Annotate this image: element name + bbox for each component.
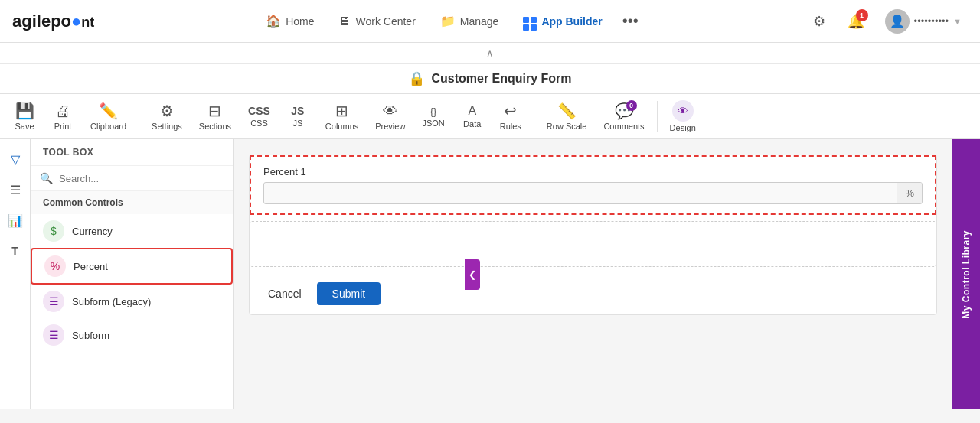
toolbar-comments[interactable]: 💬 0 Comments xyxy=(596,99,652,134)
clipboard-label: Clipboard xyxy=(90,122,126,131)
nav-right: ⚙ 🔔 1 👤 •••••••••• ▼ xyxy=(805,6,968,37)
percent-icon: % xyxy=(44,255,66,277)
form-canvas: Percent 1 % Cancel Submit xyxy=(249,155,937,315)
submit-button[interactable]: Submit xyxy=(317,282,381,305)
search-input[interactable] xyxy=(59,173,224,184)
toolbar-save[interactable]: 💾 Save xyxy=(6,99,43,134)
toolbox-panel: TOOL BOX 🔍 Common Controls $ Currency % … xyxy=(31,139,234,409)
toolbar-divider-1 xyxy=(139,101,139,132)
preview-icon: 👁 xyxy=(383,102,398,120)
toolbar-js[interactable]: JS JS xyxy=(279,102,316,131)
sidebar-filter-icon[interactable]: ▽ xyxy=(2,145,29,173)
avatar: 👤 xyxy=(885,9,910,34)
settings-icon-btn[interactable]: ⚙ xyxy=(805,8,833,35)
nav-manage[interactable]: 📁 Manage xyxy=(430,8,510,34)
notification-badge: 1 xyxy=(856,9,868,21)
cancel-button[interactable]: Cancel xyxy=(262,283,308,304)
manage-icon: 📁 xyxy=(440,14,456,28)
rules-icon: ↩ xyxy=(504,102,517,120)
rules-label: Rules xyxy=(500,122,521,131)
field-input-wrapper: % xyxy=(263,182,923,204)
sidebar-list-icon[interactable]: ☰ xyxy=(2,176,29,203)
data-label: Data xyxy=(463,119,481,129)
subform-icon: ☰ xyxy=(43,324,64,346)
avatar-icon: 👤 xyxy=(890,14,905,28)
nav-appbuilder[interactable]: App Builder xyxy=(512,6,612,37)
toolbar-preview[interactable]: 👁 Preview xyxy=(368,99,413,134)
subform-legacy-icon: ☰ xyxy=(43,291,64,312)
toolbar-settings[interactable]: ⚙ Settings xyxy=(144,99,190,134)
toolbar-data[interactable]: A Data xyxy=(454,101,491,132)
nav-home-label: Home xyxy=(286,15,314,28)
sections-label: Sections xyxy=(199,122,231,131)
toolbox-item-currency[interactable]: $ Currency xyxy=(31,214,233,248)
left-sidebar: ▽ ☰ 📊 T xyxy=(0,139,31,409)
main-layout: ▽ ☰ 📊 T TOOL BOX 🔍 Common Controls $ Cur… xyxy=(0,139,980,409)
form-title-bar: 🔒 Customer Enquiry Form xyxy=(0,64,980,94)
toolbar-clipboard[interactable]: ✏️ Clipboard xyxy=(83,99,134,134)
right-panel[interactable]: My Control Library xyxy=(952,139,980,409)
save-icon: 💾 xyxy=(15,102,34,120)
json-icon: {} xyxy=(430,106,437,117)
toolbar-divider-2 xyxy=(534,101,534,132)
currency-icon: $ xyxy=(43,220,64,242)
workcenter-icon: 🖥 xyxy=(338,15,351,28)
preview-label: Preview xyxy=(375,122,405,131)
canvas-area: Percent 1 % Cancel Submit xyxy=(234,139,952,409)
toolbar-columns[interactable]: ⊞ Columns xyxy=(318,99,366,134)
toolbar: 💾 Save 🖨 Print ✏️ Clipboard ⚙ Settings ⊟… xyxy=(0,94,980,139)
toolbar-print[interactable]: 🖨 Print xyxy=(44,99,81,134)
toolbox-item-subform-legacy[interactable]: ☰ Subform (Legacy) xyxy=(31,285,233,318)
subform-legacy-label: Subform (Legacy) xyxy=(72,296,151,307)
toolbar-css[interactable]: CSS CSS xyxy=(240,102,278,131)
rowscale-label: Row Scale xyxy=(547,122,587,131)
username-label: •••••••••• xyxy=(914,15,949,27)
chevron-left-icon: ❮ xyxy=(469,269,476,280)
text-t-icon: T xyxy=(11,245,18,257)
comments-label: Comments xyxy=(603,122,644,131)
home-icon: 🏠 xyxy=(266,14,281,28)
sidebar-t-icon[interactable]: T xyxy=(2,237,29,265)
nav-manage-label: Manage xyxy=(460,15,499,28)
nav-home[interactable]: 🏠 Home xyxy=(255,8,325,34)
form-row-empty xyxy=(250,221,936,267)
json-label: JSON xyxy=(422,119,444,128)
clipboard-icon: ✏️ xyxy=(99,102,118,120)
top-navigation: agilepo●nt 🏠 Home 🖥 Work Center 📁 Manage… xyxy=(0,0,980,43)
toolbar-rowscale[interactable]: 📏 Row Scale xyxy=(539,99,595,134)
collapse-icon: ∧ xyxy=(486,47,494,59)
chevron-down-icon: ▼ xyxy=(953,17,962,26)
collapse-bar[interactable]: ∧ xyxy=(0,43,980,64)
logo: agilepo●nt xyxy=(12,11,94,31)
notifications-btn[interactable]: 🔔 1 xyxy=(842,8,870,35)
toolbox-item-percent[interactable]: % Percent xyxy=(31,248,233,285)
toolbar-sections[interactable]: ⊟ Sections xyxy=(191,99,239,134)
toolbox-header: TOOL BOX xyxy=(31,139,233,166)
percent-input[interactable] xyxy=(264,183,897,203)
nav-workcenter-label: Work Center xyxy=(355,15,415,28)
form-title: Customer Enquiry Form xyxy=(431,72,571,86)
nav-more-button[interactable]: ••• xyxy=(616,8,645,34)
toolbar-divider-3 xyxy=(657,101,658,132)
toolbox-section-header: Common Controls xyxy=(31,191,233,214)
currency-label: Currency xyxy=(72,226,113,237)
toolbox-item-subform[interactable]: ☰ Subform xyxy=(31,318,233,352)
form-row-percent[interactable]: Percent 1 % xyxy=(250,155,936,215)
js-icon: JS xyxy=(291,105,304,117)
columns-icon: ⊞ xyxy=(335,102,348,120)
percent-label: Percent xyxy=(74,261,108,272)
sidebar-chart-icon[interactable]: 📊 xyxy=(2,207,29,234)
user-avatar-btn[interactable]: 👤 •••••••••• ▼ xyxy=(879,6,968,37)
filter-icon: ▽ xyxy=(11,152,20,167)
nav-workcenter[interactable]: 🖥 Work Center xyxy=(328,8,426,34)
toolbar-json[interactable]: {} JSON xyxy=(414,102,452,131)
data-icon: A xyxy=(468,104,476,118)
nav-appbuilder-label: App Builder xyxy=(541,15,602,28)
subform-label: Subform xyxy=(72,330,109,341)
save-label: Save xyxy=(15,122,34,131)
toolbar-rules[interactable]: ↩ Rules xyxy=(492,99,529,134)
settings-label: Settings xyxy=(152,122,182,131)
panel-collapse-button[interactable]: ❮ xyxy=(465,259,480,290)
toolbar-design[interactable]: 👁 Design xyxy=(662,97,704,135)
form-actions: Cancel Submit xyxy=(250,273,936,314)
